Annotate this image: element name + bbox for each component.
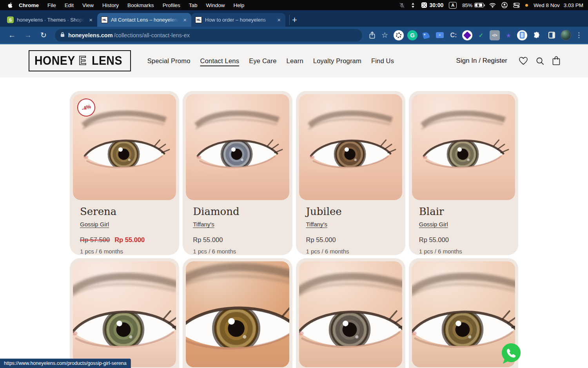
sign-in-register-link[interactable]: Sign In / Register <box>456 57 507 65</box>
product-name[interactable]: Diamond <box>193 206 282 217</box>
product-image[interactable] <box>73 261 176 367</box>
product-card-serena[interactable]: -4% Serena Gossip Girl Rp 57.500 Rp 55.0… <box>70 91 179 255</box>
product-image[interactable] <box>412 261 515 367</box>
product-card[interactable] <box>296 258 405 368</box>
display-arrows-icon[interactable] <box>410 2 416 8</box>
card-extension-icon[interactable]: ≡ <box>435 30 445 40</box>
tag-extension-icon[interactable] <box>421 30 431 40</box>
user-account-icon[interactable] <box>501 2 508 8</box>
honeyelens-favicon: HL <box>101 16 108 23</box>
product-image[interactable] <box>412 94 515 200</box>
collection-link[interactable]: Tiffany's <box>193 221 214 228</box>
extension-ring-icon[interactable] <box>394 30 404 40</box>
side-panel-icon[interactable] <box>546 32 557 38</box>
tab-how-to-order[interactable]: HL How to order – honeyelens × <box>191 13 285 27</box>
price: Rp 55.000 <box>306 236 336 244</box>
product-name[interactable]: Blair <box>419 206 508 217</box>
product-card[interactable] <box>70 258 179 368</box>
product-name[interactable]: Serena <box>80 206 169 217</box>
collection-link[interactable]: Gossip Girl <box>80 221 109 228</box>
timer-value: 30:00 <box>429 2 443 8</box>
puzzle-extensions-icon[interactable] <box>531 32 543 39</box>
product-unit: 1 pcs / 6 months <box>193 248 282 255</box>
colorzilla-icon[interactable]: C: <box>448 30 459 40</box>
new-tab-button[interactable]: + <box>289 15 299 25</box>
menu-profiles[interactable]: Profiles <box>163 2 180 8</box>
product-card-jubilee[interactable]: Jubilee Tiffany's Rp 55.000 1 pcs / 6 mo… <box>296 91 405 255</box>
menubar-date: Wed 8 Nov <box>534 2 560 8</box>
wifi-icon[interactable] <box>489 3 496 8</box>
nav-eye-care[interactable]: Eye Care <box>249 57 276 65</box>
diamond-extension-icon[interactable] <box>462 30 472 40</box>
menu-view[interactable]: View <box>82 2 94 8</box>
product-grid-row-1: -4% Serena Gossip Girl Rp 57.500 Rp 55.0… <box>70 91 518 255</box>
apple-icon[interactable] <box>7 2 13 8</box>
battery-percent: 85% <box>462 2 472 8</box>
honeyelens-logo[interactable]: HONEYELENS <box>29 50 131 71</box>
tab-close-icon[interactable]: × <box>87 16 94 23</box>
search-icon[interactable] <box>535 56 544 66</box>
product-card[interactable] <box>183 258 292 368</box>
menubar-app-name[interactable]: Chrome <box>19 2 39 8</box>
cart-bag-icon[interactable] <box>552 56 561 66</box>
address-bar[interactable]: honeyelens.com/collections/all-contact-l… <box>55 29 362 42</box>
browser-toolbar: ← → ↻ honeyelens.com/collections/all-con… <box>0 27 588 44</box>
timer-grid-icon <box>421 2 427 8</box>
chrome-menu-icon[interactable]: ⋮ <box>573 31 584 39</box>
product-name[interactable]: Jubilee <box>306 206 395 217</box>
browser-tabstrip: S honeyelens · Themes · Shopify × HL All… <box>0 10 588 27</box>
menu-history[interactable]: History <box>102 2 119 8</box>
tab-close-icon[interactable]: × <box>181 16 188 23</box>
site-header: HONEYELENS Special Promo Contact Lens Ey… <box>0 44 588 77</box>
reload-button[interactable]: ↻ <box>37 29 50 41</box>
menu-bookmarks[interactable]: Bookmarks <box>127 2 154 8</box>
old-price: Rp 57.500 <box>80 236 110 244</box>
product-unit: 1 pcs / 6 months <box>419 248 508 255</box>
share-icon[interactable] <box>367 31 377 39</box>
tab-close-icon[interactable]: × <box>276 16 282 23</box>
nav-loyalty-program[interactable]: Loyalty Program <box>313 57 361 65</box>
profile-avatar[interactable] <box>561 30 571 40</box>
wishlist-heart-icon[interactable] <box>519 56 528 65</box>
product-unit: 1 pcs / 6 months <box>80 248 169 255</box>
nav-find-us[interactable]: Find Us <box>371 57 394 65</box>
tab-title: All Contact Lens – honeyelens <box>111 17 178 23</box>
logo-text: HONEY <box>34 54 75 68</box>
whatsapp-button[interactable] <box>501 342 522 364</box>
grammarly-icon[interactable]: G <box>407 30 417 40</box>
price: Rp 55.000 <box>193 236 223 244</box>
product-image[interactable] <box>186 94 289 200</box>
checker-extension-icon[interactable]: ✓ <box>476 30 486 40</box>
battery-indicator: 85% <box>462 2 484 8</box>
control-center-icon[interactable] <box>513 3 520 8</box>
tab-title: honeyelens · Themes · Shopify <box>17 17 84 23</box>
code-extension-icon[interactable]: </> <box>490 30 500 40</box>
nav-contact-lens[interactable]: Contact Lens <box>200 57 240 65</box>
input-source-indicator[interactable]: A <box>449 2 457 9</box>
nav-special-promo[interactable]: Special Promo <box>147 57 191 65</box>
mic-muted-icon <box>399 2 405 8</box>
menu-help[interactable]: Help <box>233 2 244 8</box>
product-image[interactable] <box>186 261 289 367</box>
collection-link[interactable]: Gossip Girl <box>419 221 448 228</box>
product-image[interactable] <box>299 261 402 367</box>
menu-file[interactable]: File <box>47 2 56 8</box>
product-image[interactable] <box>299 94 402 200</box>
phone-extension-icon[interactable] <box>517 30 527 40</box>
back-button[interactable]: ← <box>5 29 19 41</box>
tab-all-contact-lens[interactable]: HL All Contact Lens – honeyelens × <box>97 13 191 27</box>
bookmark-star-icon[interactable]: ☆ <box>379 31 390 40</box>
nav-learn[interactable]: Learn <box>287 57 303 65</box>
burst-extension-icon[interactable]: * <box>503 30 514 40</box>
tab-shopify-admin[interactable]: S honeyelens · Themes · Shopify × <box>3 13 97 27</box>
sale-price: Rp 55.000 <box>114 236 145 244</box>
product-card-diamond[interactable]: Diamond Tiffany's Rp 55.000 1 pcs / 6 mo… <box>183 91 292 255</box>
menu-tab[interactable]: Tab <box>189 2 198 8</box>
shopify-favicon: S <box>7 16 14 23</box>
menu-window[interactable]: Window <box>206 2 225 8</box>
product-card-blair[interactable]: Blair Gossip Girl Rp 55.000 1 pcs / 6 mo… <box>409 91 518 255</box>
menu-edit[interactable]: Edit <box>65 2 74 8</box>
product-image[interactable]: -4% <box>73 94 176 200</box>
forward-button[interactable]: → <box>21 29 35 41</box>
collection-link[interactable]: Tiffany's <box>306 221 328 228</box>
